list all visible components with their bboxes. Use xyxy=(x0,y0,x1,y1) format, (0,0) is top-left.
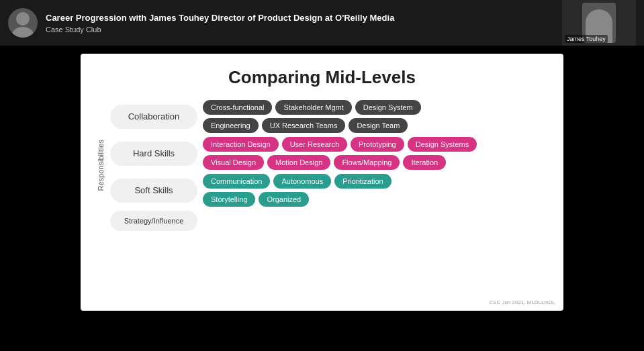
title-block: Career Progression with James Touhey Dir… xyxy=(46,12,554,34)
guest-label: James Touhey xyxy=(565,35,608,43)
tag: Storytelling xyxy=(203,192,255,207)
tag: Design Systems xyxy=(408,137,477,152)
tag: Stakeholder Mgmt xyxy=(275,100,351,115)
top-bar: Career Progression with James Touhey Dir… xyxy=(0,0,644,46)
row-label: Soft Skills xyxy=(110,179,197,203)
tag: UX Research Teams xyxy=(262,118,346,133)
avatar xyxy=(8,8,38,38)
rows-container: CollaborationCross-functionalStakeholder… xyxy=(110,100,547,231)
content-grid: Responsibilities CollaborationCross-func… xyxy=(97,100,547,231)
footer-note: CSC Jun 2021, MLDLLinDL xyxy=(489,299,555,305)
tag: Design Team xyxy=(349,118,408,133)
tags-row: Cross-functionalStakeholder MgmtDesign S… xyxy=(203,100,547,115)
guest-video: James Touhey xyxy=(562,0,636,46)
tag: Prioritization xyxy=(334,174,392,189)
tag: Flows/Mapping xyxy=(334,155,400,170)
tag: Cross-functional xyxy=(203,100,272,115)
row-collaboration: CollaborationCross-functionalStakeholder… xyxy=(110,100,547,133)
tag: Prototyping xyxy=(351,137,404,152)
subtitle: Case Study Club xyxy=(46,26,554,34)
strategy-label: Strategy/Influence xyxy=(110,211,197,231)
tag: Motion Design xyxy=(267,155,330,170)
row-label: Collaboration xyxy=(110,105,197,129)
tags-row: StorytellingOrganized xyxy=(203,192,547,207)
tags-row: EngineeringUX Research TeamsDesign Team xyxy=(203,118,547,133)
row-label: Hard Skills xyxy=(110,142,197,166)
row-soft-skills: Soft SkillsCommunicationAutonomousPriori… xyxy=(110,174,547,207)
tag: Engineering xyxy=(203,118,259,133)
tag: Design System xyxy=(355,100,421,115)
slide-title: Comparing Mid-Levels xyxy=(97,67,547,88)
tag: User Research xyxy=(282,137,347,152)
row-hard-skills: Hard SkillsInteraction DesignUser Resear… xyxy=(110,137,547,170)
svg-point-1 xyxy=(12,27,34,38)
svg-point-0 xyxy=(16,12,30,26)
tag: Communication xyxy=(203,174,270,189)
main-title: Career Progression with James Touhey Dir… xyxy=(46,12,554,24)
row-strategy: Strategy/Influence xyxy=(110,211,547,231)
responsibilities-label: Responsibilities xyxy=(97,140,105,191)
tags-row: Interaction DesignUser ResearchPrototypi… xyxy=(203,137,547,152)
slide-area: Comparing Mid-Levels Responsibilities Co… xyxy=(81,54,563,311)
tags-container: CommunicationAutonomousPrioritizationSto… xyxy=(203,174,547,207)
tags-row: Visual DesignMotion DesignFlows/MappingI… xyxy=(203,155,547,170)
tag: Interaction Design xyxy=(203,137,279,152)
tags-container: Cross-functionalStakeholder MgmtDesign S… xyxy=(203,100,547,133)
tag: Visual Design xyxy=(203,155,264,170)
tag: Autonomous xyxy=(273,174,331,189)
tags-row: CommunicationAutonomousPrioritization xyxy=(203,174,547,189)
tag: Iteration xyxy=(403,155,446,170)
tags-container: Interaction DesignUser ResearchPrototypi… xyxy=(203,137,547,170)
tag: Organized xyxy=(259,192,309,207)
